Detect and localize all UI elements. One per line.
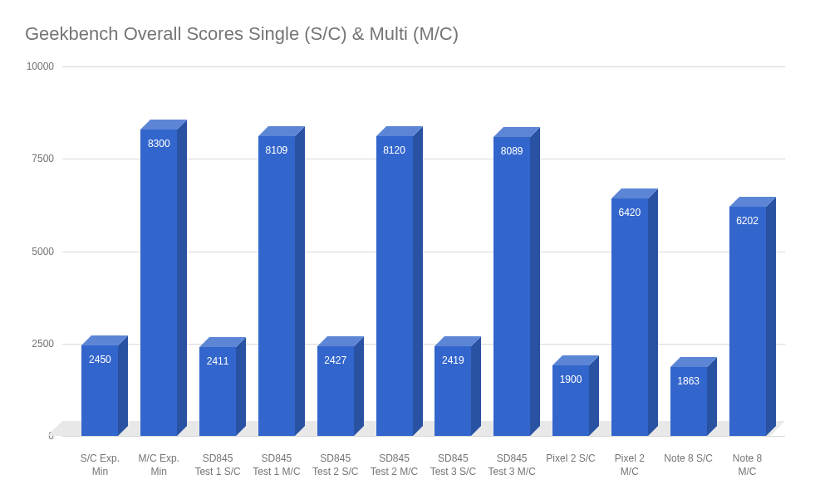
bar: 2450 — [81, 66, 118, 436]
x-tick-label: S/C Exp. Min — [75, 453, 125, 478]
bar: 2419 — [435, 66, 471, 436]
bar: 2427 — [317, 66, 354, 436]
chart-container: Geekbench Overall Scores Single (S/C) & … — [0, 0, 815, 504]
bar-value-label: 6420 — [611, 207, 648, 218]
plot-area: 025005000750010000 245083002411810924278… — [62, 66, 785, 436]
bar: 8120 — [376, 66, 413, 436]
x-tick-label: SD845 Test 3 M/C — [487, 453, 537, 478]
bar-value-label: 2419 — [435, 355, 471, 366]
bar: 2411 — [199, 66, 236, 436]
x-tick-label: SD845 Test 2 S/C — [311, 453, 361, 478]
bar: 6202 — [729, 66, 766, 436]
bar-value-label: 8109 — [258, 144, 295, 156]
bar: 8109 — [258, 66, 295, 436]
bar-value-label: 1900 — [552, 374, 589, 385]
x-tick-label: Pixel 2 S/C — [546, 453, 596, 478]
bar: 1900 — [552, 66, 589, 436]
x-tick-label: SD845 Test 1 S/C — [193, 453, 243, 478]
gridline — [62, 436, 785, 437]
x-tick-label: M/C Exp. Min — [134, 453, 184, 478]
bar: 6420 — [611, 66, 648, 436]
bar: 8089 — [493, 66, 530, 436]
bars-group: 2450830024118109242781202419808919006420… — [71, 66, 777, 436]
y-tick-label: 2500 — [4, 338, 54, 350]
x-tick-label: Note 8 S/C — [664, 453, 714, 478]
bar-value-label: 6202 — [729, 215, 766, 227]
chart-title: Geekbench Overall Scores Single (S/C) & … — [25, 23, 459, 45]
x-tick-label: SD845 Test 3 S/C — [428, 453, 478, 478]
x-tick-label: Note 8 M/C — [723, 453, 773, 478]
bar-value-label: 1863 — [670, 375, 707, 387]
bar-value-label: 8120 — [376, 144, 413, 156]
y-tick-label: 7500 — [4, 153, 54, 164]
x-axis-labels: S/C Exp. MinM/C Exp. MinSD845 Test 1 S/C… — [71, 453, 777, 478]
bar-value-label: 2450 — [81, 354, 118, 365]
y-tick-label: 10000 — [4, 61, 54, 72]
y-tick-label: 0 — [4, 430, 54, 442]
bar-value-label: 8089 — [493, 145, 530, 157]
bar: 1863 — [670, 66, 707, 436]
bar-value-label: 2427 — [317, 355, 354, 366]
bar-value-label: 8300 — [140, 138, 177, 149]
bar-value-label: 2411 — [199, 355, 236, 367]
x-tick-label: SD845 Test 1 M/C — [252, 453, 302, 478]
x-tick-label: SD845 Test 2 M/C — [370, 453, 420, 478]
y-tick-label: 5000 — [4, 246, 54, 257]
bar: 8300 — [140, 66, 177, 436]
x-tick-label: Pixel 2 M/C — [605, 453, 655, 478]
